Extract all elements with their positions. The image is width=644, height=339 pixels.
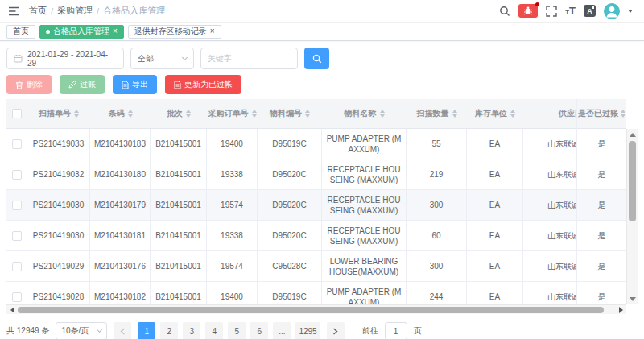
sort-icon[interactable] [452, 110, 457, 118]
vertical-scrollbar[interactable] [626, 129, 638, 304]
row-checkbox[interactable] [12, 292, 22, 302]
page-button[interactable]: 6 [250, 322, 268, 339]
chevron-right-icon [332, 328, 338, 335]
page-button[interactable]: 2 [160, 322, 178, 339]
table-row: PS210419032M2104130180B21041500119338D95… [6, 159, 626, 190]
column-header[interactable]: 扫描单号 [27, 99, 90, 128]
column-header[interactable]: 物料编号 [258, 99, 322, 128]
table-cell: EA [467, 282, 523, 304]
language-icon[interactable]: A [584, 5, 596, 17]
table-cell: M2104130176 [90, 251, 151, 281]
search-button[interactable] [304, 48, 329, 69]
breadcrumb-separator: / [51, 6, 53, 16]
table-cell: PS210419033 [27, 129, 90, 159]
delete-button[interactable]: 删除 [6, 75, 52, 94]
table-cell: 60 [407, 221, 467, 250]
fullscreen-icon[interactable] [546, 6, 557, 17]
update-posted-button[interactable]: 更新为已过帐 [165, 75, 242, 94]
table-cell: D95019C [258, 129, 322, 159]
sort-icon[interactable] [252, 110, 257, 118]
export-button[interactable]: 导出 [113, 75, 157, 94]
table-cell: EA [467, 129, 523, 159]
column-label: 物料名称 [345, 108, 377, 119]
scroll-right-arrow[interactable] [616, 305, 625, 314]
next-page-button[interactable] [327, 322, 345, 339]
goto-page-input[interactable] [385, 322, 407, 339]
total-count-label: 共 12949 条 [6, 325, 49, 337]
active-tab-dot-icon [46, 30, 50, 34]
select-all-checkbox[interactable] [12, 109, 22, 118]
column-header[interactable]: 物料名称 [322, 99, 407, 128]
column-header[interactable]: 库存单位 [467, 99, 523, 128]
table-cell: B210415001 [151, 159, 207, 189]
page-size-select[interactable]: 10条/页 [56, 322, 107, 339]
breadcrumb-item[interactable]: 首页 [29, 5, 47, 17]
sort-icon[interactable] [186, 110, 191, 118]
page-button[interactable]: 1295 [295, 322, 320, 339]
column-header[interactable]: 条码 [90, 99, 151, 128]
view-tab[interactable]: 合格品入库管理× [39, 25, 124, 39]
font-size-icon[interactable]: TT [565, 5, 576, 17]
column-header[interactable]: 批次 [151, 99, 207, 128]
row-checkbox[interactable] [12, 139, 22, 149]
row-checkbox[interactable] [12, 170, 22, 180]
checkbox-cell [6, 251, 27, 281]
fixed-col-header[interactable]: 是否已过账 [577, 99, 626, 129]
bug-report-button[interactable] [518, 4, 538, 18]
table-cell: EA [467, 251, 523, 281]
table-cell: M2104130179 [90, 190, 151, 220]
date-range-input[interactable]: 2021-01-29 - 2021-04-29 [6, 48, 124, 69]
posted-cell: 是 [577, 190, 626, 221]
table-cell: B210415001 [151, 129, 207, 159]
keyword-input[interactable] [201, 54, 297, 63]
prev-page-button[interactable] [114, 322, 131, 339]
sort-icon[interactable] [305, 110, 310, 118]
document-icon [174, 81, 181, 89]
row-checkbox[interactable] [12, 201, 22, 210]
sort-icon[interactable] [128, 110, 133, 118]
vertical-scroll-thumb[interactable] [629, 141, 636, 221]
page-button[interactable]: 5 [228, 322, 246, 339]
main-content: 2021-01-29 - 2021-04-29 全部 删除 过账 导出 更新为已… [0, 48, 644, 339]
post-button[interactable]: 过账 [60, 75, 105, 94]
page-unit-label: 页 [414, 325, 422, 337]
horizontal-scroll-thumb[interactable] [18, 307, 604, 313]
avatar[interactable] [604, 3, 620, 19]
scroll-left-arrow[interactable] [7, 305, 17, 314]
checkbox-cell [6, 159, 27, 189]
trash-icon [15, 81, 23, 89]
chevron-down-icon[interactable] [628, 10, 633, 15]
hamburger-icon[interactable] [8, 6, 20, 17]
page-button[interactable]: 4 [205, 322, 223, 339]
posted-cell: 是 [577, 251, 626, 282]
horizontal-scrollbar[interactable] [6, 304, 626, 314]
page-button[interactable]: 3 [183, 322, 200, 339]
scroll-up-arrow[interactable] [627, 130, 638, 139]
table-cell: 300 [407, 190, 467, 220]
row-checkbox[interactable] [12, 262, 22, 271]
column-header[interactable]: 扫描数量 [407, 99, 467, 128]
scroll-down-arrow[interactable] [627, 294, 638, 304]
sort-icon[interactable] [510, 110, 515, 118]
tab-close-icon[interactable]: × [113, 27, 118, 35]
tab-close-icon[interactable]: × [210, 27, 215, 35]
view-tab[interactable]: 退供封存区移动记录× [128, 25, 221, 39]
sort-icon[interactable] [380, 110, 385, 118]
sort-icon[interactable] [621, 110, 625, 118]
sort-asc-caret [380, 110, 385, 113]
column-header[interactable]: 采购订单号 [207, 99, 258, 128]
table-cell: 19400 [207, 282, 258, 304]
page-ellipsis[interactable]: ... [273, 322, 291, 339]
document-icon [122, 81, 129, 89]
fixed-posted-column: 是否已过账 是是是是是是 [576, 99, 626, 304]
row-checkbox[interactable] [12, 231, 22, 241]
search-icon[interactable] [499, 6, 510, 17]
posted-cell: 是 [577, 221, 626, 251]
status-select[interactable]: 全部 [130, 48, 194, 69]
breadcrumb-item[interactable]: 采购管理 [57, 5, 93, 17]
checkbox-cell [6, 221, 27, 250]
sort-icon[interactable] [74, 110, 79, 118]
view-tab[interactable]: 首页 [6, 25, 35, 39]
page-button[interactable]: 1 [138, 322, 155, 339]
table-cell: 244 [407, 282, 467, 304]
